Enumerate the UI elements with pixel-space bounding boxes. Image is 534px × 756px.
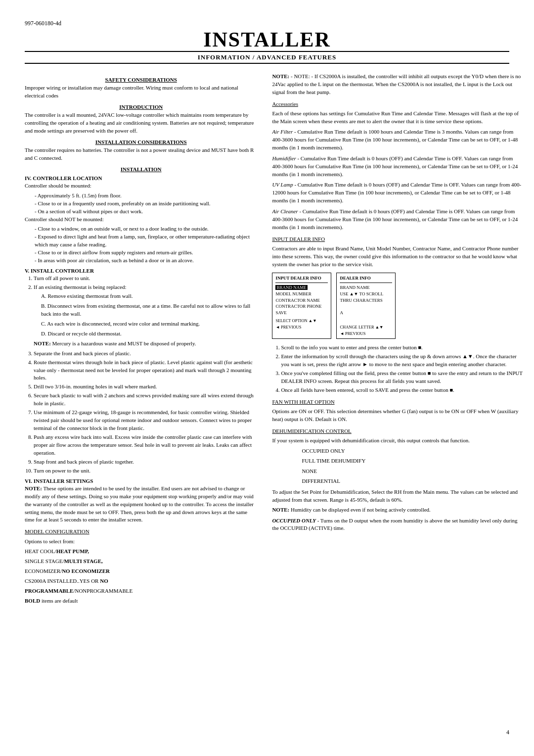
input-dealer-info-section: INPUT DEALER INFO Contractors are able t… xyxy=(272,236,524,394)
installer-settings-note: NOTE: These options are intended to be u… xyxy=(25,485,257,524)
list-item: Exposed to direct light and heat from a … xyxy=(35,233,257,249)
dehumid-options: OCCUPIED ONLY FULL TIME DEHUMIDIFY NONE … xyxy=(272,447,524,485)
step2b: B. Disconnect wires from existing thermo… xyxy=(41,302,257,318)
step2c: C. As each wire is disconnected, record … xyxy=(41,320,257,328)
right-column: NOTE: - NOTE: - If CS2000A is installed,… xyxy=(272,73,524,608)
input-dealer-info-text: Contractors are able to input Brand Name… xyxy=(272,245,524,269)
screen-dealer-a: A xyxy=(340,310,392,316)
screen-model-number: MODEL NUMBER xyxy=(275,291,328,297)
list-item: Scroll to the info you want to enter and… xyxy=(281,344,524,352)
dealer-info-screen: DEALER INFO BRAND NAME USE ▲▼ TO SCROLL … xyxy=(336,273,396,339)
dehumidification-section: DEHUMIDIFICATION CONTROL If your system … xyxy=(272,427,524,533)
list-item: Close to a window, on an outside wall, o… xyxy=(35,225,257,233)
screen-contractor-name: CONTRACTOR NAME xyxy=(275,297,328,304)
safety-text: Improper wiring or installation may dama… xyxy=(25,84,257,100)
accessory-uv-lamp: UV Lamp - Cumulative Run Time default is… xyxy=(272,181,524,205)
dehumid-heading: DEHUMIDIFICATION CONTROL xyxy=(272,427,524,435)
step2d: D. Discard or recycle old thermostat. xyxy=(41,330,257,338)
list-item: Once you've completed filling out the fi… xyxy=(281,370,524,385)
top-note: NOTE: - NOTE: - If CS2000A is installed,… xyxy=(272,73,524,96)
installer-settings-heading: VI. INSTALLER SETTINGS xyxy=(25,478,257,484)
scroll-steps: Scroll to the info you want to enter and… xyxy=(272,344,524,394)
model-config-item5: PROGRAMMABLE/NONPROGRAMMABLE xyxy=(25,587,257,595)
model-config-item1: HEAT COOL/HEAT PUMP, xyxy=(25,548,257,556)
list-item: Approximately 5 ft. (1.5m) from floor. xyxy=(35,192,257,200)
dealer-info-screens: INPUT DEALER INFO BRAND NAME MODEL NUMBE… xyxy=(272,273,524,339)
introduction-heading: INTRODUCTION xyxy=(25,104,257,110)
accessories-heading: Accessories xyxy=(272,100,524,108)
screen-dealer-blank xyxy=(340,303,392,310)
list-item: Separate the front and back pieces of pl… xyxy=(34,350,257,358)
dehumid-occupied-only: OCCUPIED ONLY - Turns on the D output wh… xyxy=(272,517,524,533)
fan-heat-section: FAN WITH HEAT OPTION Options are ON or O… xyxy=(272,398,524,424)
accessories-section: Accessories Each of these options has se… xyxy=(272,100,524,232)
install-controller-section: V. INSTALL CONTROLLER Turn off all power… xyxy=(25,268,257,475)
installation-considerations-text: The controller requires no batteries. Th… xyxy=(25,146,257,162)
list-item: Push any excess wire back into wall. Exc… xyxy=(34,433,257,457)
dehumid-option-4: DIFFERENTIAL xyxy=(302,477,524,485)
screen-title-right: DEALER INFO xyxy=(340,275,392,284)
accessories-intro: Each of these options has settings for C… xyxy=(272,110,524,126)
list-item: In areas with poor air circulation, such… xyxy=(35,257,257,265)
screen-change-bar: CHANGE LETTER ▲▼◄ PREVIOUS xyxy=(340,324,392,337)
input-dealer-info-heading: INPUT DEALER INFO xyxy=(272,236,524,243)
fan-heat-text: Options are ON or OFF. This selection de… xyxy=(272,408,524,424)
doc-number: 997-060180-4d xyxy=(25,20,509,27)
screen-select-bar: SELECT OPTION ▲▼◄ PREVIOUS xyxy=(275,318,328,331)
main-title: INSTALLER xyxy=(25,28,509,51)
list-item: If an existing thermostat is being repla… xyxy=(34,284,257,348)
should-mount-intro: Controller should be mounted: xyxy=(25,182,257,190)
header-section: 997-060180-4d INSTALLER INFORMATION / AD… xyxy=(25,20,509,69)
step2a: A. Remove existing thermostat from wall. xyxy=(41,292,257,300)
list-item: Once all fields have been entered, scrol… xyxy=(281,386,524,394)
page-number: 4 xyxy=(506,729,509,736)
dehumid-intro-text: If your system is equipped with dehumidi… xyxy=(272,437,524,445)
list-item: Secure back plastic to wall with 2 ancho… xyxy=(34,392,257,408)
model-config-item2: SINGLE STAGE/MULTI STAGE, xyxy=(25,558,257,566)
should-not-mount-list: Close to a window, on an outside wall, o… xyxy=(25,225,257,265)
accessory-air-filter: Air Filter - Cumulative Run Time default… xyxy=(272,128,524,152)
note-mercury: NOTE: Mercury is a hazardous waste and M… xyxy=(34,340,257,348)
note-label: NOTE: xyxy=(25,485,42,491)
installation-heading: INSTALLATION xyxy=(25,166,257,172)
list-item: Route thermostat wires through hole in b… xyxy=(34,359,257,382)
installation-considerations-heading: INSTALLATION CONSIDERATIONS xyxy=(25,139,257,145)
dehumid-option-3: NONE xyxy=(302,467,524,475)
list-item: Close to or in a frequently used room, p… xyxy=(35,200,257,208)
list-item: Turn off all power to unit. xyxy=(34,275,257,283)
left-column: SAFETY CONSIDERATIONS Improper wiring or… xyxy=(25,73,257,608)
dehumid-note: NOTE: Humidity can be displayed even if … xyxy=(272,506,524,514)
dehumid-option-1: OCCUPIED ONLY xyxy=(302,447,524,455)
input-dealer-screen: INPUT DEALER INFO BRAND NAME MODEL NUMBE… xyxy=(272,273,331,339)
installer-settings-section: VI. INSTALLER SETTINGS NOTE: These optio… xyxy=(25,478,257,605)
model-config-intro: Options to select from: xyxy=(25,538,257,546)
screen-title-left: INPUT DEALER INFO xyxy=(275,275,328,284)
list-item: Drill two 3/16-in. mounting holes in wal… xyxy=(34,383,257,391)
accessory-air-cleaner: Air Cleaner - Cumulative Run Time defaul… xyxy=(272,208,524,232)
controller-location-section: IV. CONTROLLER LOCATION Controller shoul… xyxy=(25,175,257,265)
screen-brand-name-highlight: BRAND NAME xyxy=(275,284,328,291)
should-not-mount-intro: Controller should NOT be mounted: xyxy=(25,216,257,224)
two-col-layout: SAFETY CONSIDERATIONS Improper wiring or… xyxy=(25,73,509,608)
install-controller-heading: V. INSTALL CONTROLLER xyxy=(25,268,257,274)
dehumid-option-2: FULL TIME DEHUMIDIFY xyxy=(302,457,524,465)
screen-dealer-scroll: USE ▲▼ TO SCROLL xyxy=(340,291,392,297)
list-item: Snap front and back pieces of plastic to… xyxy=(34,458,257,466)
list-item: Turn on power to the unit. xyxy=(34,467,257,475)
dehumid-detail: To adjust the Set Point for Dehumidifica… xyxy=(272,488,524,504)
introduction-text: The controller is a wall mounted, 24VAC … xyxy=(25,111,257,135)
accessory-humidifier: Humidifier - Cumulative Run Time default… xyxy=(272,155,524,179)
model-config-bold-note: BOLD items are default xyxy=(25,597,257,605)
screen-dealer-thru: THRU CHARACTERS xyxy=(340,297,392,304)
model-config-heading: MODEL CONFIGURATION xyxy=(25,528,257,536)
screen-contractor-phone: CONTRACTOR PHONE xyxy=(275,303,328,310)
safety-heading: SAFETY CONSIDERATIONS xyxy=(25,77,257,83)
controller-location-heading: IV. CONTROLLER LOCATION xyxy=(25,175,257,181)
should-mount-list: Approximately 5 ft. (1.5m) from floor. C… xyxy=(25,192,257,216)
list-item: Use minimum of 22-gauge wiring, 18-gauge… xyxy=(34,409,257,432)
fan-heat-heading: FAN WITH HEAT OPTION xyxy=(272,398,524,406)
screen-dealer-brand: BRAND NAME xyxy=(340,284,392,291)
model-config-item3: ECONOMIZER/NO ECONOMIZER xyxy=(25,567,257,575)
model-config-item4: CS2000A INSTALLED..YES OR NO xyxy=(25,577,257,585)
list-item: On a section of wall without pipes or du… xyxy=(35,208,257,216)
